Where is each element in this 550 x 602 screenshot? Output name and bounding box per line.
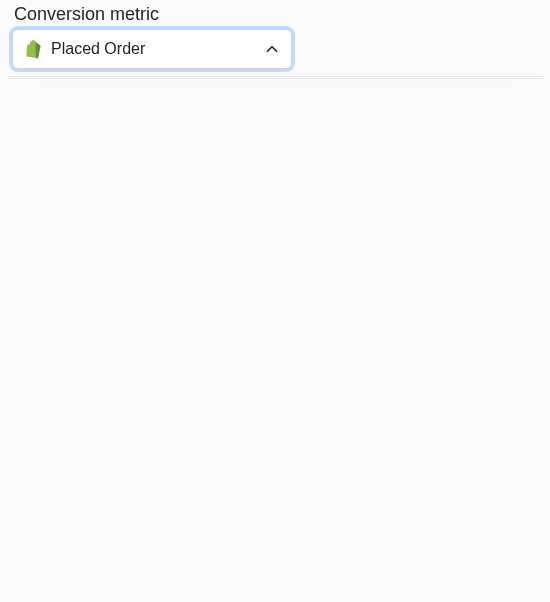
shopify-icon	[23, 39, 43, 59]
conversion-metric-label: Conversion metric	[14, 4, 538, 25]
metric-dropdown: Typeform Filled Out Form Unbounce Filled…	[8, 76, 544, 79]
chevron-up-icon	[263, 40, 281, 58]
conversion-metric-select[interactable]: Placed Order	[12, 29, 292, 69]
selected-value: Placed Order	[51, 40, 263, 58]
